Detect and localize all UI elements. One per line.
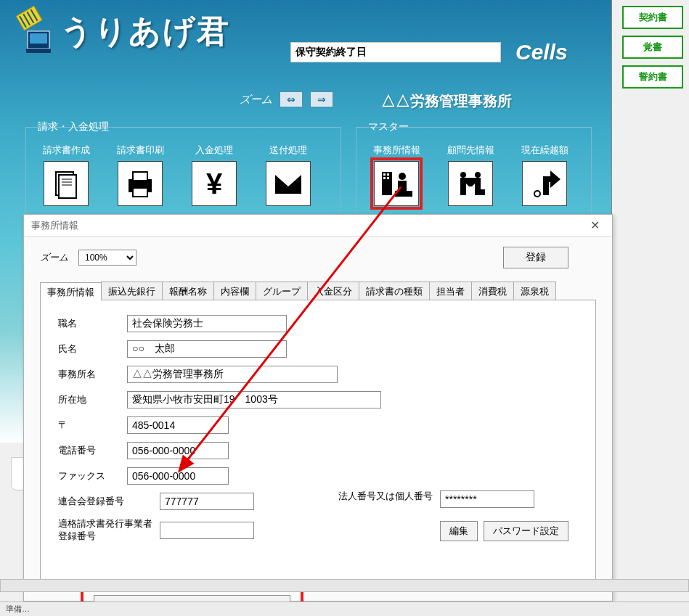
office-person-icon [374, 161, 419, 206]
dialog-titlebar: 事務所情報 ✕ [24, 215, 612, 237]
billing-group-title: 請求・入金処理 [35, 120, 112, 134]
union-reg-label: 連合会登録番号 [58, 495, 160, 508]
office-input[interactable] [127, 366, 338, 383]
address-label: 所在地 [58, 393, 127, 406]
status-text: 準備… [6, 604, 30, 613]
address-input[interactable] [127, 391, 381, 408]
svg-point-23 [399, 173, 406, 180]
carryover-button[interactable]: 現在繰越額 [515, 144, 574, 206]
corp-num-input[interactable] [440, 490, 534, 508]
office-name-display: △△労務管理事務所 [381, 91, 512, 111]
svg-rect-28 [479, 189, 485, 195]
fax-input[interactable] [127, 467, 229, 485]
svg-rect-25 [395, 191, 412, 197]
arrow-turn-icon [522, 161, 567, 206]
side-button-panel: 契約書 覚書 誓約書 [622, 6, 683, 89]
svg-rect-20 [387, 173, 389, 176]
position-input[interactable] [127, 315, 287, 332]
payment-button[interactable]: 入金処理 ¥ [184, 144, 244, 206]
logo-icon [13, 6, 53, 57]
main-zoom-bar: ズーム ⇔ ⇒ [240, 91, 333, 107]
tab-withholding[interactable]: 源泉税 [513, 282, 556, 300]
close-icon[interactable]: ✕ [584, 218, 605, 234]
name-label: 氏名 [58, 342, 127, 356]
office-info-button[interactable]: 事務所情報 [367, 144, 426, 206]
register-button[interactable]: 登録 [503, 247, 568, 268]
zoom-label: ズーム [240, 93, 272, 107]
svg-rect-22 [387, 177, 389, 179]
invoice-reg-input[interactable] [160, 522, 254, 539]
svg-text:¥: ¥ [206, 168, 223, 200]
position-label: 職名 [58, 317, 127, 330]
svg-rect-9 [59, 175, 76, 198]
create-invoice-button[interactable]: 請求書作成 [36, 144, 96, 206]
corp-num-label: 法人番号又は個人番号 [338, 490, 440, 503]
master-groupbox: マスター 事務所情報 顧問先情報 現在繰越額 [356, 127, 592, 229]
office-label: 事務所名 [58, 368, 127, 381]
svg-rect-19 [383, 173, 386, 176]
edit-button[interactable]: 編集 [440, 521, 478, 541]
contract-button[interactable]: 契約書 [622, 6, 683, 29]
tel-input[interactable] [127, 442, 229, 459]
tab-bank[interactable]: 振込先銀行 [101, 282, 163, 300]
tab-payment-type[interactable]: 入金区分 [307, 282, 359, 300]
master-group-title: マスター [365, 120, 412, 134]
status-bar: 準備… [0, 601, 689, 616]
yen-icon: ¥ [192, 161, 237, 206]
svg-rect-21 [383, 177, 386, 179]
tab-staff[interactable]: 担当者 [429, 282, 472, 300]
app-logo: うりあげ君 [13, 6, 230, 57]
tab-panel: 職名 氏名 事務所名 所在地 〒 電話番号 [40, 300, 596, 585]
maintenance-box: 保守契約終了日 [290, 42, 501, 62]
zoom-out-button[interactable]: ⇔ [280, 91, 303, 107]
horizontal-scrollbar[interactable] [0, 579, 689, 592]
zip-input[interactable] [127, 416, 229, 434]
right-form-block: 法人番号又は個人番号 編集 パスワード設定 [338, 490, 568, 554]
delivery-button[interactable]: 送付処理 [258, 144, 318, 206]
tab-group[interactable]: グループ [256, 282, 308, 300]
tab-tax[interactable]: 消費税 [471, 282, 514, 300]
tab-invoice-type[interactable]: 請求書の種類 [359, 282, 430, 300]
envelope-icon [266, 161, 311, 206]
tab-strip: 事務所情報 振込先銀行 報酬名称 内容欄 グループ 入金区分 請求書の種類 担当… [40, 282, 596, 300]
dialog-title: 事務所情報 [31, 219, 78, 232]
svg-rect-2 [26, 49, 51, 53]
zip-label: 〒 [58, 419, 127, 432]
fax-label: ファックス [58, 469, 127, 482]
dialog-zoom-label: ズーム [40, 251, 68, 264]
password-button[interactable]: パスワード設定 [484, 521, 568, 541]
app-title: うりあげ君 [60, 10, 230, 53]
header: うりあげ君 保守契約終了日 Cells [0, 0, 611, 87]
svg-point-27 [475, 172, 481, 178]
cells-logo: Cells [515, 40, 568, 65]
billing-groupbox: 請求・入金処理 請求書作成 請求書印刷 入金処理 ¥ 送付処理 [25, 127, 341, 229]
svg-point-29 [534, 191, 540, 197]
pledge-button[interactable]: 誓約書 [622, 65, 683, 89]
name-input[interactable] [127, 340, 287, 358]
tab-content[interactable]: 内容欄 [213, 282, 256, 300]
tab-fee-name[interactable]: 報酬名称 [162, 282, 214, 300]
memorandum-button[interactable]: 覚書 [622, 36, 683, 59]
zoom-select[interactable]: 100% [78, 250, 136, 266]
union-reg-input[interactable] [160, 493, 254, 510]
invoice-reg-label: 適格請求書発行事業者登録番号 [58, 518, 160, 543]
document-icon [44, 161, 89, 206]
zoom-in-button[interactable]: ⇒ [310, 91, 333, 107]
svg-rect-1 [30, 33, 47, 44]
svg-point-26 [460, 172, 466, 178]
svg-rect-15 [133, 188, 147, 197]
print-invoice-button[interactable]: 請求書印刷 [110, 144, 170, 206]
tel-label: 電話番号 [58, 444, 127, 457]
client-info-button[interactable]: 顧問先情報 [441, 144, 500, 206]
maintenance-label: 保守契約終了日 [295, 46, 367, 59]
printer-icon [118, 161, 163, 206]
svg-rect-14 [133, 172, 147, 181]
handshake-icon [448, 161, 493, 206]
tab-office-info[interactable]: 事務所情報 [40, 282, 102, 300]
office-info-dialog: 事務所情報 ✕ ズーム 100% 登録 事務所情報 振込先銀行 報酬名称 内容欄… [23, 214, 613, 601]
